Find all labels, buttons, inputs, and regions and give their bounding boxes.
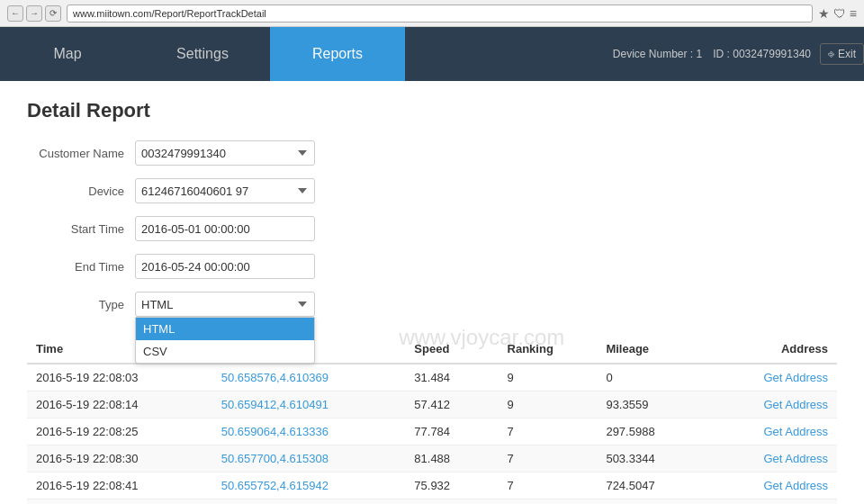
table-body: 2016-5-19 22:08:03 50.658576,4.610369 31… <box>27 364 837 504</box>
forward-button[interactable]: → <box>26 5 42 22</box>
end-time-label: End Time <box>27 260 135 274</box>
llc-link[interactable]: 50.655752,4.615942 <box>221 479 328 492</box>
end-time-group: End Time <box>27 254 837 279</box>
type-option-csv[interactable]: CSV <box>136 340 314 363</box>
col-address: Address <box>710 335 837 364</box>
cell-ranking: 7 <box>499 500 598 505</box>
device-group: Device 61246716040601 97 <box>27 178 837 203</box>
cell-mileage: 297.5988 <box>597 418 710 446</box>
cell-address: Get Address <box>710 500 837 505</box>
col-ranking: Ranking <box>499 335 598 364</box>
cell-llc: 50.655752,4.615942 <box>212 472 406 500</box>
start-time-label: Start Time <box>27 222 135 236</box>
nav-tab-map[interactable]: Map <box>0 27 135 81</box>
cell-time: 2016-5-19 22:08:50 <box>27 500 212 505</box>
col-mileage: Mileage <box>597 335 710 364</box>
get-address-link[interactable]: Get Address <box>763 398 828 411</box>
browser-icons: ★ 🛡 ≡ <box>818 6 857 21</box>
cell-time: 2016-5-19 22:08:41 <box>27 472 212 500</box>
table-row: 2016-5-19 22:08:03 50.658576,4.610369 31… <box>27 364 837 392</box>
exit-label: Exit <box>838 48 856 60</box>
cell-mileage: 724.5047 <box>597 472 710 500</box>
menu-icon[interactable]: ≡ <box>850 6 857 21</box>
cell-mileage: 935.229 <box>597 500 710 505</box>
start-time-group: Start Time <box>27 216 837 241</box>
nav-tab-reports[interactable]: Reports <box>270 27 405 81</box>
cell-address: Get Address <box>710 472 837 500</box>
llc-link[interactable]: 50.659412,4.610491 <box>221 398 328 411</box>
start-time-input[interactable] <box>135 216 315 241</box>
cell-speed: 75.932 <box>405 472 498 500</box>
cell-mileage: 93.3559 <box>597 392 710 418</box>
llc-link[interactable]: 50.658576,4.610369 <box>221 371 328 384</box>
type-group: Type HTML CSV HTML CSV <box>27 292 837 317</box>
browser-bar: ← → ⟳ www.miitown.com/Report/ReportTrack… <box>0 0 864 27</box>
main-content: Detail Report Customer Name 003247999134… <box>0 81 864 504</box>
cell-ranking: 7 <box>499 446 598 472</box>
get-address-link[interactable]: Get Address <box>763 452 828 465</box>
llc-link[interactable]: 50.659064,4.613336 <box>221 425 328 438</box>
cell-llc: 50.657700,4.615308 <box>212 446 406 472</box>
device-dropdown-container: 61246716040601 97 <box>135 178 315 203</box>
table-row: 2016-5-19 22:08:25 50.659064,4.613336 77… <box>27 418 837 446</box>
browser-nav-buttons: ← → ⟳ <box>7 5 61 22</box>
nav-tab-settings[interactable]: Settings <box>135 27 270 81</box>
device-select[interactable]: 61246716040601 97 <box>135 178 315 203</box>
llc-link[interactable]: 50.657700,4.615308 <box>221 452 328 465</box>
back-button[interactable]: ← <box>7 5 23 22</box>
end-time-input[interactable] <box>135 254 315 279</box>
type-option-html[interactable]: HTML <box>136 318 314 340</box>
type-select[interactable]: HTML CSV <box>135 292 315 317</box>
table-row: 2016-5-19 22:08:50 50.654188,4.614254 85… <box>27 500 837 505</box>
device-label: Device <box>27 184 135 198</box>
customer-name-group: Customer Name 0032479991340 <box>27 140 837 166</box>
customer-name-dropdown-container: 0032479991340 <box>135 140 315 166</box>
cell-time: 2016-5-19 22:08:30 <box>27 446 212 472</box>
url-text: www.miitown.com/Report/ReportTrackDetail <box>73 8 266 19</box>
device-number-label: Device Number : 1 <box>613 48 702 60</box>
type-label: Type <box>27 298 135 311</box>
cell-address: Get Address <box>710 418 837 446</box>
cell-ranking: 7 <box>499 472 598 500</box>
cell-ranking: 9 <box>499 364 598 392</box>
get-address-link[interactable]: Get Address <box>763 425 828 438</box>
cell-address: Get Address <box>710 446 837 472</box>
cell-mileage: 0 <box>597 364 710 392</box>
cell-speed: 31.484 <box>405 364 498 392</box>
address-bar[interactable]: www.miitown.com/Report/ReportTrackDetail <box>67 4 813 22</box>
cell-time: 2016-5-19 22:08:14 <box>27 392 212 418</box>
cell-address: Get Address <box>710 392 837 418</box>
cell-address: Get Address <box>710 364 837 392</box>
refresh-button[interactable]: ⟳ <box>45 5 61 22</box>
customer-name-select[interactable]: 0032479991340 <box>135 140 315 166</box>
cell-speed: 85.192 <box>405 500 498 505</box>
cell-speed: 57.412 <box>405 392 498 418</box>
shield-icon: 🛡 <box>833 6 846 21</box>
type-dropdown-menu: HTML CSV <box>135 317 315 364</box>
exit-button[interactable]: ⎆ Exit <box>820 43 864 65</box>
cell-llc: 50.658576,4.610369 <box>212 364 406 392</box>
cell-time: 2016-5-19 22:08:25 <box>27 418 212 446</box>
cell-ranking: 9 <box>499 392 598 418</box>
device-id-label: ID : 0032479991340 <box>713 48 811 60</box>
cell-llc: 50.659064,4.613336 <box>212 418 406 446</box>
table-row: 2016-5-19 22:08:14 50.659412,4.610491 57… <box>27 392 837 418</box>
get-address-link[interactable]: Get Address <box>763 479 828 492</box>
top-navigation: Map Settings Reports Device Number : 1 I… <box>0 27 864 81</box>
cell-llc: 50.654188,4.614254 <box>212 500 406 505</box>
cell-time: 2016-5-19 22:08:03 <box>27 364 212 392</box>
cell-ranking: 7 <box>499 418 598 446</box>
star-icon[interactable]: ★ <box>818 6 830 21</box>
type-dropdown-container: HTML CSV HTML CSV <box>135 292 315 317</box>
cell-speed: 77.784 <box>405 418 498 446</box>
exit-icon: ⎆ <box>828 48 834 60</box>
col-speed: Speed <box>405 335 498 364</box>
device-info: Device Number : 1 ID : 0032479991340 <box>604 48 820 60</box>
customer-name-label: Customer Name <box>27 147 135 160</box>
page-title: Detail Report <box>27 99 837 122</box>
cell-mileage: 503.3344 <box>597 446 710 472</box>
cell-llc: 50.659412,4.610491 <box>212 392 406 418</box>
cell-speed: 81.488 <box>405 446 498 472</box>
table-row: 2016-5-19 22:08:30 50.657700,4.615308 81… <box>27 446 837 472</box>
get-address-link[interactable]: Get Address <box>763 371 828 384</box>
